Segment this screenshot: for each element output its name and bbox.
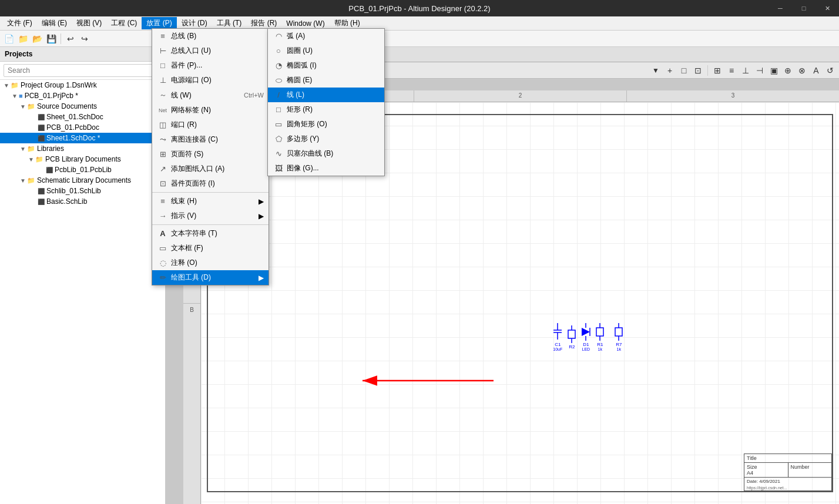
canvas-filter-btn[interactable]: ▼: [649, 64, 662, 77]
netlabel-icon: Net: [157, 107, 169, 113]
dd-text-frame[interactable]: ▭ 文本框 (F): [152, 241, 269, 256]
svg-rect-5: [568, 330, 575, 338]
search-box: [0, 62, 165, 80]
ellipse-arc-icon: ◔: [273, 61, 284, 70]
dd-rect[interactable]: □ 矩形 (R): [268, 102, 384, 117]
url-text: https://bjpri.csdn.net...: [747, 486, 787, 490]
close-button[interactable]: ✕: [815, 0, 839, 16]
dd-round-rect[interactable]: ▭ 圆角矩形 (O): [268, 117, 384, 132]
dd-netlabel[interactable]: Net 网络标签 (N): [152, 103, 269, 117]
menu-help[interactable]: 帮助 (H): [330, 17, 365, 29]
dd-polygon[interactable]: ⬠ 多边形 (Y): [268, 132, 384, 146]
dd-circle[interactable]: ○ 圆圈 (U): [268, 43, 384, 58]
dd-image[interactable]: 🖼 图像 (G)...: [268, 161, 384, 176]
canvas-select-btn[interactable]: ⊡: [692, 64, 704, 77]
minimize-button[interactable]: ─: [768, 0, 792, 16]
window-controls: ─ □ ✕: [768, 0, 839, 16]
sheet1-label: Sheet1.SchDoc *: [46, 134, 100, 142]
project-label: PCB_01.PrjPcb *: [25, 92, 78, 100]
tb-sep1: [61, 33, 61, 44]
maximize-button[interactable]: □: [792, 0, 815, 16]
tree-basicschlib[interactable]: ▶ ⬛ Basic.SchLib: [0, 196, 165, 207]
tb-undo[interactable]: ↩: [64, 32, 77, 45]
tree-sch-lib-docs[interactable]: ▼ 📁 Schematic Library Documents: [0, 175, 165, 186]
harness-icon: ≡: [157, 197, 169, 206]
dd-line[interactable]: / 线 (L): [268, 88, 384, 102]
canvas-tool2-btn[interactable]: ⊣: [753, 64, 766, 77]
dd-add-entry[interactable]: ↗ 添加图纸入口 (A): [152, 162, 269, 176]
dd-bus-entry[interactable]: ⊢ 总线入口 (U): [152, 43, 269, 58]
tree-libraries[interactable]: ▼ 📁 Libraries: [0, 143, 165, 154]
circle-icon: ○: [273, 46, 284, 55]
tb-open[interactable]: 📂: [31, 32, 43, 45]
dd-bus[interactable]: ≡ 总线 (B): [152, 29, 269, 43]
tb-new[interactable]: 📄: [2, 32, 15, 45]
tree-pcb-lib-docs[interactable]: ▼ 📁 PCB Library Documents: [0, 154, 165, 164]
component-d1: D1 LED: [580, 323, 592, 351]
dd-ellipse[interactable]: ⬭ 椭圆 (E): [268, 73, 384, 88]
dd-port[interactable]: ◫ 端口 (R): [152, 117, 269, 132]
menu-edit[interactable]: 编辑 (E): [37, 17, 72, 29]
tree-sheet01[interactable]: ▶ ⬛ Sheet_01.SchDoc: [0, 112, 165, 122]
canvas-text-btn[interactable]: A: [810, 64, 823, 77]
canvas-tool3-btn[interactable]: ▣: [767, 64, 780, 77]
dd-text-string[interactable]: A 文本字符串 (T): [152, 226, 269, 241]
dd-polygon-label: 多边形 (Y): [287, 134, 319, 144]
menu-report[interactable]: 报告 (R): [246, 17, 281, 29]
dd-comp-page-label: 器件页面符 (I): [171, 179, 215, 189]
dd-bezier[interactable]: ∿ 贝塞尔曲线 (B): [268, 146, 384, 161]
place-menu: ≡ 总线 (B) ⊢ 总线入口 (U) □ 器件 (P)... ⊥ 电源端口 (…: [152, 28, 269, 285]
arrow-icon: ▶: [29, 125, 38, 131]
menu-design[interactable]: 设计 (D): [177, 17, 212, 29]
dd-wire[interactable]: ～ 线 (W) Ctrl+W: [152, 88, 269, 103]
tb-open-folder[interactable]: 📁: [16, 32, 29, 45]
libs-folder-icon: 📁: [27, 145, 35, 153]
menu-window[interactable]: Window (W): [281, 18, 329, 29]
components-area: C1 10uF R2 D1 LED: [552, 323, 623, 351]
canvas-zoom-btn[interactable]: ⊞: [711, 64, 724, 77]
dd-harness-label: 线束 (H): [171, 196, 197, 206]
tb-save[interactable]: 💾: [45, 32, 58, 45]
tree-pcb-project[interactable]: ▼ ■ PCB_01.PrjPcb *: [0, 90, 165, 101]
dd-directive[interactable]: → 指示 (V) ▶: [152, 209, 269, 223]
title-block: Title SizeA4 Number Date: 4/09/2021 http…: [744, 453, 832, 491]
dd-comp-page[interactable]: ⊡ 器件页面符 (I): [152, 176, 269, 191]
dd-netlabel-label: 网络标签 (N): [171, 105, 211, 115]
tree-sheet1-selected[interactable]: ▶ ⬛ Sheet1.SchDoc *: [0, 133, 165, 143]
canvas-tool1-btn[interactable]: ⊥: [739, 64, 752, 77]
tree-schlib01[interactable]: ▶ ⬛ Schlib_01.SchLib: [0, 186, 165, 196]
component-r1: R1 1k: [595, 323, 605, 351]
dd-arc[interactable]: ◠ 弧 (A): [268, 29, 384, 43]
dd-component[interactable]: □ 器件 (P)...: [152, 58, 269, 73]
dd-harness[interactable]: ≡ 线束 (H) ▶: [152, 194, 269, 209]
canvas-add-btn[interactable]: +: [663, 64, 676, 77]
harness-sub-arrow: ▶: [259, 197, 264, 206]
dd-note[interactable]: ◌ 注释 (O): [152, 256, 269, 270]
tree-pcb01[interactable]: ▶ ⬛ PCB_01.PcbDoc: [0, 122, 165, 133]
menu-project[interactable]: 工程 (C): [106, 17, 142, 29]
tree-project-group[interactable]: ▼ 📁 Project Group 1.DsnWrk: [0, 80, 165, 90]
tree-pcblib01[interactable]: ▶ ⬛ PcbLib_01.PcbLib: [0, 164, 165, 175]
dd-port-label: 端口 (R): [171, 120, 197, 130]
size-label: SizeA4: [744, 463, 788, 477]
menu-tools[interactable]: 工具 (T): [212, 17, 247, 29]
canvas-rect-btn[interactable]: □: [677, 64, 690, 77]
tree-source-docs[interactable]: ▼ 📁 Source Documents: [0, 101, 165, 112]
menu-place[interactable]: 放置 (P): [142, 17, 176, 29]
comp-page-icon: ⊡: [157, 179, 169, 188]
dd-sheet-sym[interactable]: ⊞ 页面符 (S): [152, 147, 269, 162]
tb-redo[interactable]: ↪: [78, 32, 91, 45]
dd-ellipse-arc[interactable]: ◔ 椭圆弧 (I): [268, 58, 384, 73]
canvas-tool4-btn[interactable]: ⊕: [781, 64, 794, 77]
canvas-refresh-btn[interactable]: ↺: [824, 64, 837, 77]
dd-rect-label: 矩形 (R): [287, 105, 313, 115]
dd-offsheet[interactable]: ⤳ 离图连接器 (C): [152, 132, 269, 147]
menu-view[interactable]: 视图 (V): [72, 17, 106, 29]
dd-power[interactable]: ⊥ 电源端口 (O): [152, 73, 269, 88]
canvas-tool5-btn[interactable]: ⊗: [796, 64, 808, 77]
arrow-icon: ▼: [11, 93, 19, 99]
dd-draw-tools[interactable]: ✏ 绘图工具 (D) ▶: [152, 270, 269, 285]
canvas-align-btn[interactable]: ≡: [725, 64, 738, 77]
menu-file[interactable]: 文件 (F): [2, 17, 37, 29]
search-input[interactable]: [4, 64, 162, 77]
